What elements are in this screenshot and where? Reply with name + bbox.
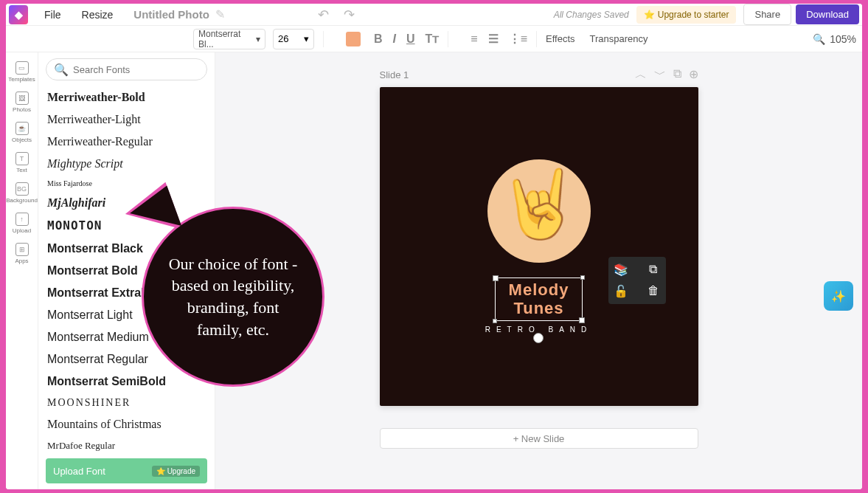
- objects-icon: ☕: [15, 122, 29, 135]
- numbered-list-icon[interactable]: ☰: [488, 32, 499, 46]
- font-size-select[interactable]: 26 ▾: [273, 29, 314, 49]
- divider: [323, 31, 324, 47]
- slide-add-icon[interactable]: ⊕: [689, 67, 698, 83]
- magic-fab[interactable]: ✨: [824, 281, 853, 311]
- slide-up-icon[interactable]: ︿: [635, 67, 647, 83]
- text-toolbar: Montserrat Bl... ▾ 26 ▾ B I U Tᴛ ≡ ☰ ⋮≡ …: [6, 26, 862, 52]
- bullet-list-icon[interactable]: ⋮≡: [509, 32, 527, 46]
- annotation-bubble: Our choice of font - based on legibility…: [142, 207, 324, 387]
- topbar: ◆ File Resize Untitled Photo ✎ ↶ ↷ All C…: [6, 4, 862, 26]
- font-search-input[interactable]: [73, 64, 199, 75]
- background-icon: BG: [15, 182, 29, 196]
- save-status: All Changes Saved: [554, 10, 629, 20]
- app-logo[interactable]: ◆: [9, 5, 28, 24]
- text-color-swatch[interactable]: [346, 32, 361, 46]
- font-family-select[interactable]: Montserrat Bl... ▾: [193, 29, 265, 49]
- canvas[interactable]: 🤘 Melody Tunes RETRO BAND 📚 ⧉ 🔓 🗑: [380, 87, 698, 406]
- font-item[interactable]: Mightype Script: [46, 153, 207, 175]
- melody-text-line1[interactable]: Melody: [509, 281, 569, 299]
- underline-icon[interactable]: U: [406, 32, 415, 46]
- font-item[interactable]: Montserrat SemiBold: [46, 370, 207, 393]
- divider: [448, 31, 448, 47]
- new-slide-button[interactable]: + New Slide: [380, 428, 698, 449]
- italic-icon[interactable]: I: [393, 32, 396, 46]
- font-item[interactable]: Merriweather-Regular: [46, 131, 207, 153]
- slide-header: Slide 1 ︿ ﹀ ⧉ ⊕: [380, 67, 698, 83]
- star-icon: ⭐: [644, 10, 655, 20]
- upgrade-badge: ⭐ Upgrade: [152, 466, 200, 477]
- upload-icon: ↑: [15, 213, 29, 226]
- zoom-control[interactable]: 🔍 105%: [813, 33, 856, 45]
- rail-apps[interactable]: ⊞ Apps: [7, 240, 37, 267]
- left-sidebar: ▭ Templates 🖼 Photos ☕ Objects T Text BG…: [6, 52, 38, 489]
- font-item[interactable]: MrDafoe Regular: [46, 435, 207, 452]
- text-icon: T: [15, 152, 29, 165]
- rail-templates[interactable]: ▭ Templates: [7, 58, 37, 86]
- wand-icon: ✨: [831, 289, 846, 303]
- annotation-text: Our choice of font - based on legibility…: [166, 253, 300, 341]
- redo-icon[interactable]: ↷: [344, 7, 355, 23]
- effects-button[interactable]: Effects: [546, 33, 575, 44]
- duplicate-icon[interactable]: ⧉: [641, 263, 666, 277]
- file-menu[interactable]: File: [34, 5, 72, 24]
- undo-icon[interactable]: ↶: [318, 7, 329, 23]
- rail-objects[interactable]: ☕ Objects: [7, 119, 37, 146]
- share-button[interactable]: Share: [743, 4, 791, 25]
- rail-photos[interactable]: 🖼 Photos: [7, 89, 37, 116]
- align-icon[interactable]: ≡: [471, 32, 477, 46]
- transparency-button[interactable]: Transparency: [590, 33, 648, 44]
- search-icon: 🔍: [54, 63, 69, 77]
- rock-hand-illustration: 🤘: [498, 165, 580, 243]
- resize-menu[interactable]: Resize: [72, 5, 124, 24]
- rail-background[interactable]: BG Background: [7, 179, 37, 207]
- font-item[interactable]: Merriweather-Bold: [46, 86, 207, 108]
- rail-upload[interactable]: ↑ Upload: [7, 210, 37, 237]
- selected-text-box[interactable]: Melody Tunes: [495, 277, 583, 320]
- upload-font-button[interactable]: Upload Font ⭐ Upgrade: [46, 458, 207, 483]
- font-item[interactable]: Merriweather-Light: [46, 108, 207, 131]
- text-case-icon[interactable]: Tᴛ: [426, 32, 440, 46]
- lock-icon[interactable]: 🔓: [608, 284, 633, 298]
- font-item[interactable]: Miss Fajardose: [46, 175, 207, 192]
- upgrade-starter-button[interactable]: ⭐ Upgrade to starter: [636, 6, 737, 24]
- slide-duplicate-icon[interactable]: ⧉: [673, 67, 681, 83]
- font-item[interactable]: MOONSHINER: [46, 393, 207, 413]
- artwork-circle[interactable]: 🤘: [487, 159, 591, 263]
- chevron-down-icon: ▾: [256, 34, 260, 44]
- layers-icon[interactable]: 📚: [608, 263, 633, 277]
- chevron-down-icon: ▾: [304, 33, 309, 44]
- rotate-handle[interactable]: [533, 333, 544, 343]
- zoom-icon: 🔍: [813, 33, 825, 45]
- apps-icon: ⊞: [15, 243, 29, 256]
- font-search[interactable]: 🔍: [46, 58, 207, 80]
- star-icon: ⭐: [156, 467, 165, 475]
- templates-icon: ▭: [15, 61, 29, 75]
- rail-text[interactable]: T Text: [7, 149, 37, 176]
- font-item[interactable]: Mountains of Christmas: [46, 413, 207, 435]
- download-button[interactable]: Download: [796, 4, 859, 24]
- melody-text-line2[interactable]: Tunes: [509, 300, 569, 317]
- slide-label: Slide 1: [380, 69, 409, 80]
- document-title[interactable]: Untitled Photo: [133, 8, 209, 21]
- edit-title-icon[interactable]: ✎: [215, 7, 225, 21]
- delete-icon[interactable]: 🗑: [641, 284, 666, 298]
- bold-icon[interactable]: B: [374, 32, 383, 46]
- divider: [536, 31, 537, 47]
- photos-icon: 🖼: [15, 92, 29, 105]
- element-context-toolbar: 📚 ⧉ 🔓 🗑: [608, 257, 666, 304]
- slide-down-icon[interactable]: ﹀: [654, 67, 666, 83]
